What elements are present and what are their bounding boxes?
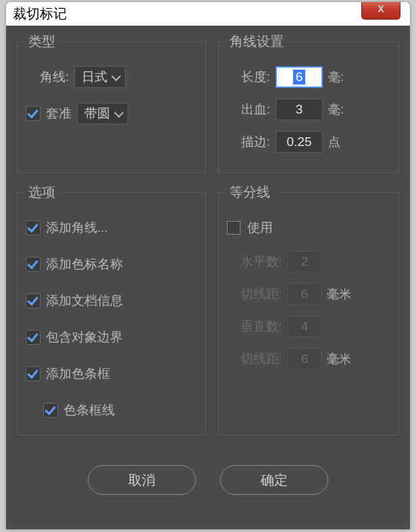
unit-bleed: 毫: bbox=[328, 101, 344, 118]
ok-button[interactable]: 确定 bbox=[220, 465, 328, 495]
titlebar: 裁切标记 x bbox=[6, 2, 410, 26]
label-h-count: 水平数: bbox=[227, 253, 282, 270]
group-legend-corner-settings: 角线设置 bbox=[226, 32, 288, 51]
input-bleed-value: 3 bbox=[296, 102, 303, 117]
checkbox-use-divisions[interactable] bbox=[227, 221, 240, 235]
label-registration: 套准 bbox=[46, 105, 72, 122]
option-label: 添加文档信息 bbox=[46, 292, 123, 310]
checkbox-include-bounds[interactable] bbox=[26, 330, 41, 345]
close-button[interactable]: x bbox=[361, 2, 400, 20]
label-v-dist: 切线距: bbox=[227, 350, 282, 368]
chevron-down-icon bbox=[115, 110, 122, 116]
group-options: 选项 添加角线... 添加色标名称 添加文档信息 包含对象边界 添加色条框 色条… bbox=[17, 192, 206, 435]
checkbox-add-color-bars[interactable] bbox=[26, 366, 41, 381]
input-length-value: 6 bbox=[293, 70, 306, 84]
group-legend-type: 类型 bbox=[24, 32, 59, 51]
input-h-count: 2 bbox=[288, 251, 321, 272]
input-stroke-value: 0.25 bbox=[287, 135, 312, 149]
unit-stroke: 点 bbox=[328, 134, 340, 150]
input-v-dist: 6 bbox=[288, 348, 321, 370]
label-h-dist: 切线距: bbox=[227, 285, 282, 303]
checkbox-registration[interactable] bbox=[26, 106, 41, 121]
cancel-button[interactable]: 取消 bbox=[88, 465, 196, 495]
group-divisions: 等分线 使用 水平数: 2 切线距: 6 毫米 bbox=[218, 192, 399, 435]
unit-h-dist: 毫米 bbox=[327, 286, 351, 302]
select-registration-style[interactable]: 带圆 bbox=[77, 103, 128, 124]
input-bleed[interactable]: 3 bbox=[276, 99, 323, 120]
checkbox-color-bar-stroke[interactable] bbox=[43, 403, 58, 418]
input-h-dist: 6 bbox=[288, 283, 321, 305]
dialog-window: 裁切标记 x 类型 角线: 日式 bbox=[6, 2, 410, 529]
input-stroke[interactable]: 0.25 bbox=[276, 131, 323, 153]
label-use-divisions: 使用 bbox=[247, 219, 273, 237]
group-corner-settings: 角线设置 长度: 6 毫: 出血: 3 毫: 描边: 0.25 点 bbox=[218, 41, 399, 173]
option-label: 色条框线 bbox=[63, 402, 115, 419]
select-registration-value: 带圆 bbox=[84, 105, 110, 122]
checkbox-add-doc-info[interactable] bbox=[26, 293, 41, 308]
group-type: 类型 角线: 日式 套准 带圆 bbox=[17, 41, 206, 173]
unit-length: 毫: bbox=[328, 69, 344, 85]
label-bleed: 出血: bbox=[227, 101, 270, 118]
option-label: 添加角线... bbox=[46, 219, 108, 237]
dialog-body: 类型 角线: 日式 套准 带圆 bbox=[6, 26, 410, 529]
group-legend-divisions: 等分线 bbox=[226, 183, 274, 201]
label-corner-marks: 角线: bbox=[26, 68, 69, 86]
option-label: 包含对象边界 bbox=[46, 329, 123, 346]
option-label: 添加色条框 bbox=[46, 365, 110, 383]
input-length[interactable]: 6 bbox=[276, 66, 323, 88]
checkbox-add-swatch-names[interactable] bbox=[26, 257, 41, 272]
select-corner-style-value: 日式 bbox=[82, 68, 107, 86]
label-length: 长度: bbox=[227, 68, 270, 86]
chevron-down-icon bbox=[113, 73, 120, 80]
label-v-count: 垂直数: bbox=[227, 318, 282, 335]
dialog-footer: 取消 确定 bbox=[17, 465, 399, 495]
select-corner-style[interactable]: 日式 bbox=[74, 66, 126, 88]
dialog-title: 裁切标记 bbox=[13, 5, 67, 23]
label-stroke: 描边: bbox=[227, 133, 270, 151]
option-label: 添加色标名称 bbox=[46, 256, 123, 273]
group-legend-options: 选项 bbox=[24, 183, 59, 201]
checkbox-add-corner-lines[interactable] bbox=[26, 220, 41, 235]
input-v-count: 4 bbox=[288, 316, 321, 337]
unit-v-dist: 毫米 bbox=[327, 351, 351, 367]
